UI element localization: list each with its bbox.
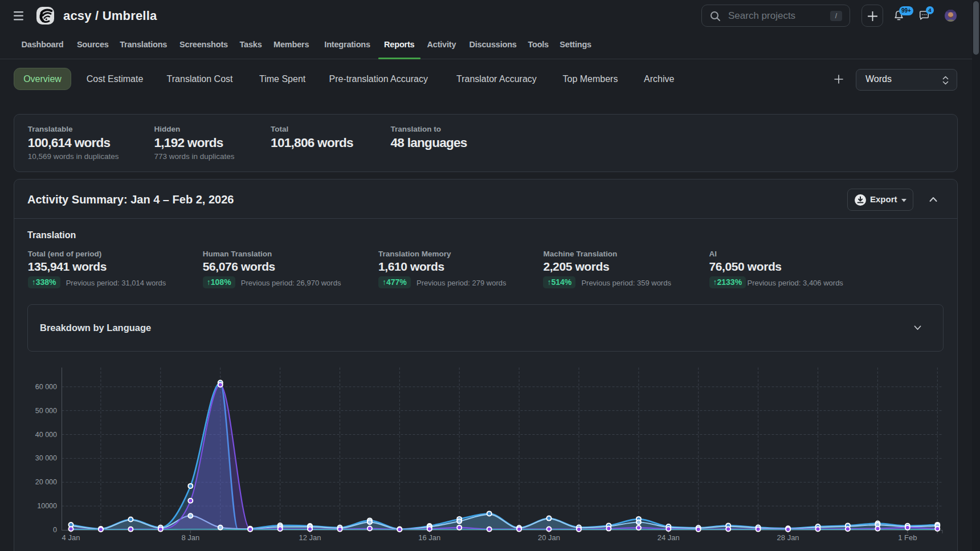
svg-text:1 Feb: 1 Feb — [898, 533, 917, 542]
svg-text:60 000: 60 000 — [35, 383, 57, 391]
svg-text:40 000: 40 000 — [35, 431, 57, 439]
svg-text:16 Jan: 16 Jan — [418, 533, 440, 542]
svg-text:4 Jan: 4 Jan — [62, 533, 80, 542]
svg-text:30 000: 30 000 — [35, 454, 57, 462]
svg-text:28 Jan: 28 Jan — [777, 533, 799, 542]
svg-text:50 000: 50 000 — [35, 407, 57, 415]
svg-text:20 000: 20 000 — [35, 478, 57, 486]
svg-text:24 Jan: 24 Jan — [658, 533, 680, 542]
svg-text:10000: 10000 — [37, 502, 57, 510]
svg-text:8 Jan: 8 Jan — [181, 533, 199, 542]
svg-text:12 Jan: 12 Jan — [299, 533, 321, 542]
svg-text:20 Jan: 20 Jan — [538, 533, 560, 542]
svg-text:0: 0 — [53, 526, 57, 534]
